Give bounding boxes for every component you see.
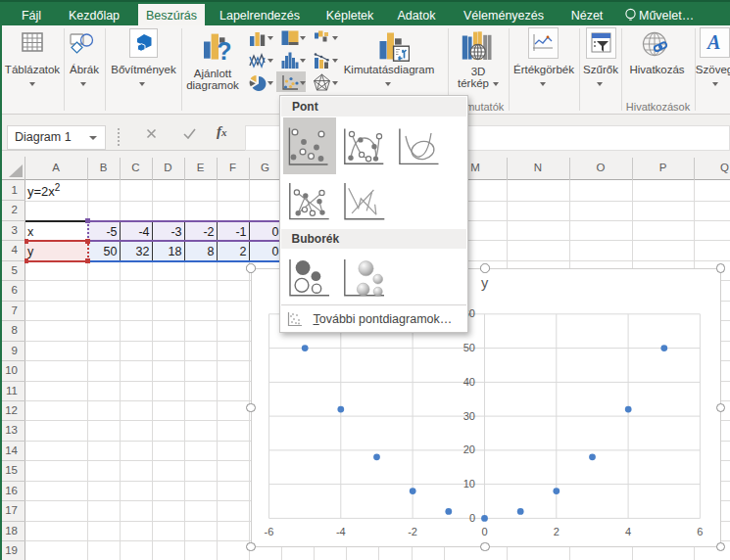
svg-text:-6: -6 (265, 526, 274, 537)
svg-text:40: 40 (463, 376, 475, 388)
svg-text:4: 4 (625, 526, 631, 537)
svg-text:-4: -4 (336, 526, 346, 537)
svg-text:50: 50 (463, 342, 475, 353)
svg-text:30: 30 (463, 410, 475, 422)
svg-text:6: 6 (697, 526, 703, 537)
svg-text:0: 0 (469, 512, 475, 524)
svg-text:0: 0 (481, 526, 487, 537)
svg-text:?: ? (217, 37, 231, 63)
svg-text:10: 10 (463, 478, 475, 490)
svg-text:2: 2 (554, 526, 560, 537)
svg-text:y: y (481, 275, 489, 291)
svg-text:-2: -2 (408, 526, 417, 537)
svg-text:20: 20 (463, 443, 475, 455)
